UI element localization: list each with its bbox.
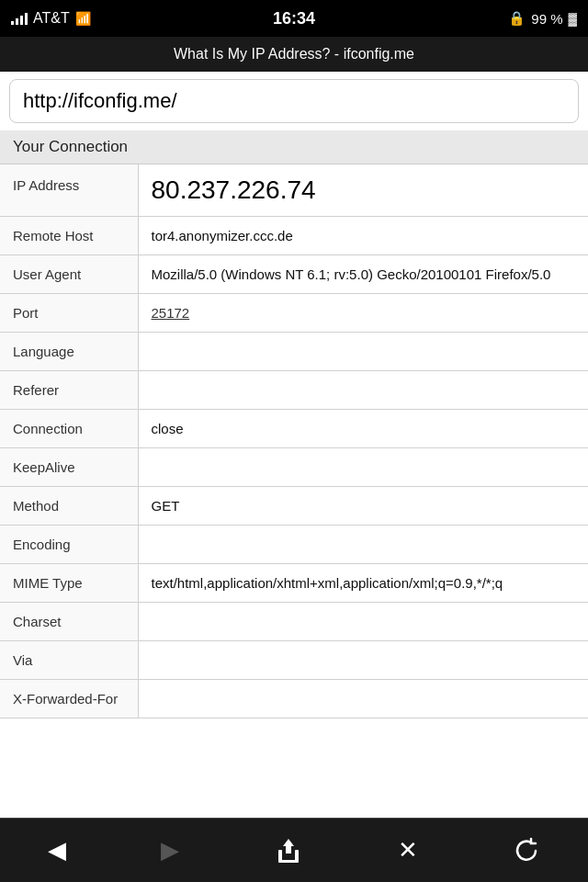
row-value: tor4.anonymizer.ccc.de: [138, 217, 588, 255]
row-value: [138, 526, 588, 564]
table-row: Via: [0, 641, 588, 680]
row-label: IP Address: [0, 164, 138, 217]
battery-label: 99 %: [531, 11, 562, 27]
row-label: Method: [0, 487, 138, 526]
row-value: [138, 448, 588, 487]
svg-rect-0: [278, 850, 282, 861]
row-label: Remote Host: [0, 217, 138, 255]
table-row: X-Forwarded-For: [0, 680, 588, 718]
row-value: 25172: [138, 294, 588, 333]
svg-rect-1: [295, 850, 299, 861]
table-row: Connectionclose: [0, 410, 588, 448]
page-title: What Is My IP Address? - ifconfig.me: [174, 46, 414, 62]
forward-button[interactable]: ▶: [152, 827, 188, 874]
table-row: KeepAlive: [0, 448, 588, 487]
table-row: Remote Hosttor4.anonymizer.ccc.de: [0, 217, 588, 255]
row-value: [138, 641, 588, 680]
row-value: [138, 333, 588, 371]
battery-icon: ▓: [569, 12, 577, 26]
svg-rect-2: [278, 860, 299, 863]
table-row: Language: [0, 333, 588, 371]
row-value: 80.237.226.74: [138, 164, 588, 217]
row-label: KeepAlive: [0, 448, 138, 487]
status-left: AT&T 📶: [11, 10, 91, 27]
row-value: close: [138, 410, 588, 448]
row-value: text/html,application/xhtml+xml,applicat…: [138, 564, 588, 603]
url-text: http://ifconfig.me/: [23, 89, 177, 112]
row-label: X-Forwarded-For: [0, 680, 138, 718]
time-label: 16:34: [273, 9, 315, 28]
close-button[interactable]: ✕: [389, 827, 427, 874]
status-right: 🔒 99 % ▓: [508, 10, 577, 27]
row-value: [138, 603, 588, 641]
lock-icon: 🔒: [508, 10, 526, 27]
share-button[interactable]: [266, 828, 311, 874]
section-header: Your Connection: [0, 130, 588, 164]
status-bar: AT&T 📶 16:34 🔒 99 % ▓: [0, 0, 588, 37]
title-bar: What Is My IP Address? - ifconfig.me: [0, 37, 588, 72]
row-label: Referer: [0, 371, 138, 410]
row-label: Encoding: [0, 526, 138, 564]
signal-bars-icon: [11, 12, 28, 25]
row-label: MIME Type: [0, 564, 138, 603]
info-table: IP Address80.237.226.74Remote Hosttor4.a…: [0, 164, 588, 718]
row-label: Via: [0, 641, 138, 680]
table-row: Referer: [0, 371, 588, 410]
row-label: Port: [0, 294, 138, 333]
table-row: Port25172: [0, 294, 588, 333]
carrier-label: AT&T: [33, 10, 70, 27]
row-label: Connection: [0, 410, 138, 448]
bottom-nav: ◀ ▶ ✕: [0, 818, 588, 882]
ip-address-value: 80.237.226.74: [152, 175, 316, 204]
table-row: MethodGET: [0, 487, 588, 526]
row-label: Charset: [0, 603, 138, 641]
back-button[interactable]: ◀: [39, 827, 75, 874]
table-row: Encoding: [0, 526, 588, 564]
row-value: [138, 680, 588, 718]
url-bar[interactable]: http://ifconfig.me/: [9, 79, 579, 123]
wifi-icon: 📶: [75, 11, 91, 26]
port-value[interactable]: 25172: [152, 305, 190, 321]
table-row: User AgentMozilla/5.0 (Windows NT 6.1; r…: [0, 255, 588, 294]
row-label: Language: [0, 333, 138, 371]
table-row: MIME Typetext/html,application/xhtml+xml…: [0, 564, 588, 603]
svg-marker-3: [283, 839, 294, 854]
table-row: IP Address80.237.226.74: [0, 164, 588, 217]
row-value: GET: [138, 487, 588, 526]
row-value: Mozilla/5.0 (Windows NT 6.1; rv:5.0) Gec…: [138, 255, 588, 294]
row-label: User Agent: [0, 255, 138, 294]
row-value: [138, 371, 588, 410]
table-row: Charset: [0, 603, 588, 641]
refresh-button[interactable]: [503, 828, 549, 874]
